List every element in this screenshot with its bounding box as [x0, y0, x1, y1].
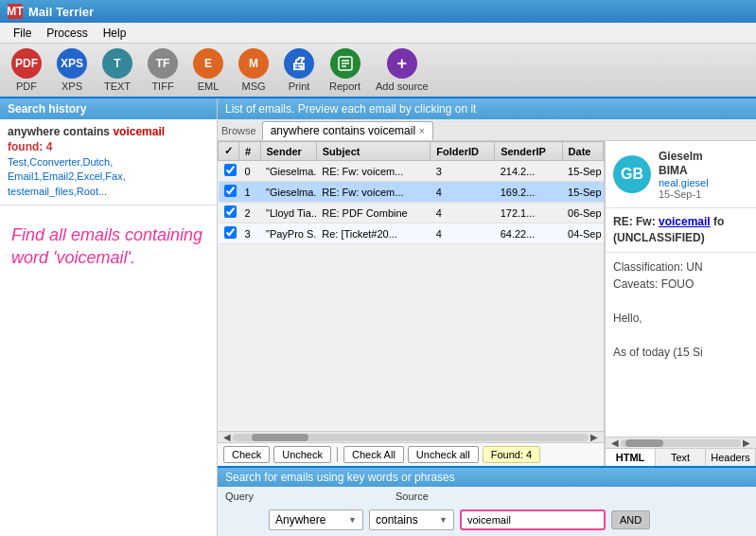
row-date: 04-Sep	[562, 223, 603, 244]
list-scrollbar[interactable]: ◀ ▶	[218, 431, 604, 442]
preview-scroll-thumb[interactable]	[625, 439, 663, 447]
msg-button[interactable]: M MSG	[233, 45, 274, 96]
left-panel: Search history anywhere contains voicema…	[0, 98, 218, 536]
tiff-button[interactable]: TF TIFF	[142, 45, 184, 96]
scroll-right-icon[interactable]: ▶	[589, 432, 600, 442]
text-button[interactable]: T TEXT	[97, 45, 138, 96]
search-tab[interactable]: anywhere contains voicemail ×	[262, 121, 433, 140]
query-static-label: Query	[225, 491, 263, 502]
eml-icon: E	[193, 48, 223, 79]
col-date[interactable]: Date	[562, 142, 603, 161]
preview-scroll-right[interactable]: ▶	[741, 438, 752, 448]
and-button[interactable]: AND	[611, 510, 650, 529]
preview-scroll-left[interactable]: ◀	[609, 438, 621, 448]
scroll-track[interactable]	[233, 434, 589, 441]
preview-tabs: HTML Text Headers	[606, 448, 756, 466]
row-id: 0	[239, 161, 261, 182]
col-num[interactable]: #	[239, 142, 261, 161]
print-button[interactable]: 🖨 Print	[278, 45, 320, 96]
pdf-button[interactable]: PDF PDF	[6, 45, 47, 96]
row-senderip: 214.2...	[495, 161, 562, 182]
anywhere-value: Anywhere	[275, 513, 325, 527]
col-check[interactable]: ✓	[219, 142, 239, 161]
preview-email: neal.giesel	[659, 177, 709, 188]
row-subject: Re: [Ticket#20...	[316, 223, 431, 244]
preview-scroll-track[interactable]	[621, 439, 741, 447]
row-checkbox[interactable]	[219, 203, 239, 223]
preview-panel: GB GieselmBIMA neal.giesel 15-Sep-1 RE: …	[605, 141, 756, 466]
table-row[interactable]: 3 "PayPro S... Re: [Ticket#20... 4 64.22…	[219, 223, 604, 244]
row-subject: RE: Fw: voicem...	[316, 182, 431, 203]
row-checkbox[interactable]	[219, 182, 239, 203]
table-row[interactable]: 1 "Gieselma... RE: Fw: voicem... 4 169.2…	[219, 182, 604, 203]
menu-file[interactable]: File	[6, 25, 39, 42]
msg-icon: M	[238, 48, 269, 79]
search-tab-label: anywhere contains voicemail	[271, 124, 415, 137]
app-title: Mail Terrier	[28, 5, 94, 19]
row-folderid: 3	[431, 161, 495, 182]
query-highlight: voicemail	[113, 125, 165, 138]
contains-dropdown[interactable]: contains ▼	[369, 509, 454, 530]
tiff-label: TIFF	[151, 80, 173, 92]
preview-subject: RE: Fw: voicemail fo(UNCLASSiFIED)	[606, 208, 756, 253]
table-row[interactable]: 2 "Lloyd Tia... RE: PDF Combine 4 172.1.…	[219, 203, 604, 223]
menu-help[interactable]: Help	[96, 25, 134, 42]
preview-header: GB GieselmBIMA neal.giesel 15-Sep-1	[606, 141, 756, 208]
eml-button[interactable]: E EML	[187, 45, 229, 96]
text-icon: T	[102, 48, 132, 79]
row-checkbox[interactable]	[219, 223, 239, 244]
check-button[interactable]: Check	[223, 446, 270, 463]
avatar: GB	[613, 155, 651, 193]
search-value-input[interactable]	[460, 509, 606, 530]
add-source-button[interactable]: + Add source	[370, 45, 434, 96]
search-section-header: Search for emails using key words or phr…	[218, 468, 756, 487]
tab-bar: Browse anywhere contains voicemail ×	[218, 119, 756, 141]
row-sender: "Gieselma...	[260, 161, 316, 182]
query-before: anywhere contains	[8, 125, 113, 138]
col-senderip[interactable]: SenderIP	[495, 142, 562, 161]
row-subject: RE: Fw: voicem...	[316, 161, 431, 182]
scroll-thumb[interactable]	[252, 434, 308, 441]
tab-close-icon[interactable]: ×	[419, 126, 425, 136]
search-history-item[interactable]: anywhere contains voicemail found: 4 Tes…	[0, 119, 217, 205]
table-row[interactable]: 0 "Gieselma... RE: Fw: voicem... 3 214.2…	[219, 161, 604, 182]
print-icon: 🖨	[284, 48, 314, 79]
browse-label: Browse	[221, 125, 256, 136]
found-badge: Found: 4	[483, 446, 540, 463]
add-source-icon: +	[387, 48, 417, 79]
row-sender: "PayPro S...	[260, 223, 316, 244]
row-id: 2	[239, 203, 261, 223]
preview-date: 15-Sep-1	[659, 188, 709, 200]
preview-scrollbar[interactable]: ◀ ▶	[606, 437, 756, 448]
report-button[interactable]: Report	[324, 45, 366, 96]
col-folderid[interactable]: FolderID	[431, 142, 495, 161]
scroll-left-icon[interactable]: ◀	[221, 432, 233, 442]
print-label: Print	[289, 80, 310, 92]
col-subject[interactable]: Subject	[316, 142, 431, 161]
find-all-hint: Find all emails containing word 'voicema…	[0, 205, 217, 288]
preview-tab-headers[interactable]: Headers	[706, 449, 756, 466]
row-folderid: 4	[431, 182, 495, 203]
xps-button[interactable]: XPS XPS	[51, 45, 93, 96]
menu-process[interactable]: Process	[39, 25, 95, 42]
found-count: found: 4	[8, 140, 209, 153]
contains-value: contains	[376, 513, 418, 527]
preview-tab-html[interactable]: HTML	[606, 449, 656, 466]
menu-bar: File Process Help	[0, 23, 756, 44]
xps-label: XPS	[62, 80, 82, 92]
anywhere-dropdown[interactable]: Anywhere ▼	[269, 509, 363, 530]
row-folderid: 4	[431, 223, 495, 244]
eml-label: EML	[198, 80, 220, 92]
msg-label: MSG	[241, 80, 265, 92]
row-folderid: 4	[431, 203, 495, 223]
preview-tab-text[interactable]: Text	[656, 449, 706, 466]
row-date: 15-Sep	[562, 161, 603, 182]
bottom-toolbar: Check Uncheck Check All Uncheck all Foun…	[218, 442, 604, 466]
report-label: Report	[329, 80, 360, 92]
voicemail-link[interactable]: voicemail	[659, 215, 711, 228]
uncheck-button[interactable]: Uncheck	[273, 446, 331, 463]
uncheck-all-button[interactable]: Uncheck all	[408, 446, 479, 463]
col-sender[interactable]: Sender	[260, 142, 316, 161]
check-all-button[interactable]: Check All	[343, 446, 404, 463]
row-checkbox[interactable]	[219, 161, 239, 182]
